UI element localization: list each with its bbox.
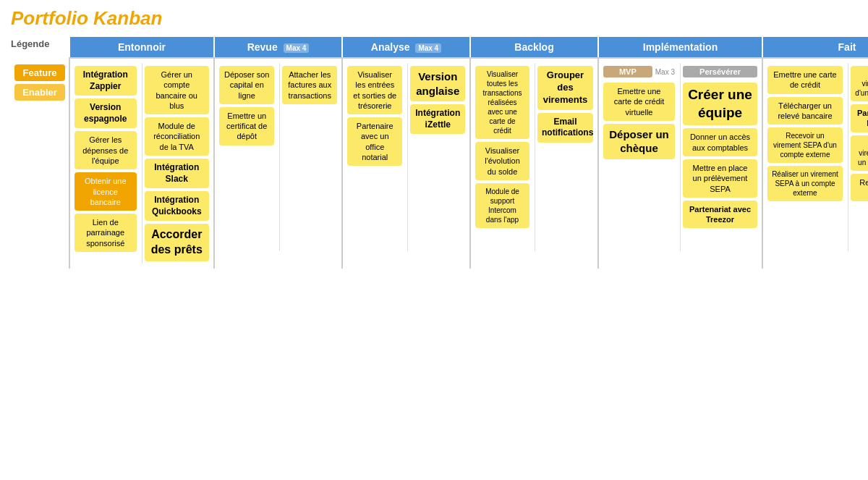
header-row: Légende Entonnoir Revue Max 4 Analyse Ma…: [11, 37, 857, 57]
card[interactable]: Donner un accès aux comptables: [683, 128, 757, 156]
card[interactable]: Visualiser toutes les transactions réali…: [475, 66, 529, 139]
card[interactable]: Emettre un certificat de dépôt: [219, 107, 274, 146]
col-header-entonnoir: Entonnoir: [69, 37, 213, 57]
legend-title: Légende: [11, 38, 49, 49]
card[interactable]: Email notifications: [537, 113, 593, 143]
card[interactable]: Accorder des prêts: [145, 224, 209, 261]
analyse-left: Visualiser les entrées et sorties de tré…: [345, 63, 404, 251]
backlog-right: Grouper des virements Email notification…: [535, 63, 595, 251]
kanban-board: Légende Entonnoir Revue Max 4 Analyse Ma…: [11, 37, 857, 269]
card[interactable]: Recevoir un virement SEPA d'un compte ex…: [767, 127, 843, 163]
card[interactable]: Lien de parrainage sponsorisé: [75, 214, 137, 252]
legend-feature: Feature: [14, 64, 65, 81]
card[interactable]: Intégration Zappier: [75, 66, 137, 96]
card[interactable]: Gérer les dépenses de l'équipe: [75, 131, 137, 169]
card[interactable]: Module de réconciliation de la TVA: [145, 117, 209, 156]
col-header-fait: Fait: [762, 37, 868, 57]
card[interactable]: Visualiser l'évolution du solde: [475, 142, 529, 180]
card[interactable]: Déposer son capital en ligne: [219, 66, 274, 104]
persevere-header: Persévérer: [683, 66, 757, 77]
entonnoir-left: Intégration Zappier Version espagnole Gé…: [72, 63, 139, 255]
card[interactable]: Gérer un compte bancaire ou blus: [145, 66, 209, 114]
col-header-analyse: Analyse Max 4: [341, 37, 469, 57]
card[interactable]: Module de support Intercom dans l'app: [475, 183, 529, 228]
card[interactable]: Partenariat avec Mastercard: [851, 104, 868, 132]
analyse-right: Version anglaise Intégration iZettle: [407, 63, 467, 251]
card[interactable]: Version espagnole: [75, 98, 137, 128]
card[interactable]: Télécharger un relevé bancaire: [767, 97, 843, 125]
legend-spacer: Légende: [11, 37, 69, 57]
card[interactable]: Version anglaise: [410, 66, 465, 101]
revue-right: Attacher les factures aux transactions: [279, 63, 339, 251]
card[interactable]: Créer une équipe: [683, 83, 757, 125]
card[interactable]: Intégration iZettle: [410, 104, 465, 134]
card[interactable]: Rechercher une transaction: [851, 174, 868, 202]
legend-labels: Feature Enabler: [11, 64, 69, 101]
card[interactable]: Emettre une carte de crédit: [767, 66, 843, 94]
col-header-impl: Implémentation: [597, 37, 762, 57]
card[interactable]: Déposer un chèque: [603, 124, 675, 159]
card[interactable]: Réaliser un virement SEPA à un compte ex…: [767, 166, 843, 201]
columns-headers: Entonnoir Revue Max 4 Analyse Max 4 Back…: [69, 37, 868, 57]
legend-side: Feature Enabler: [11, 57, 69, 101]
col-header-backlog: Backlog: [469, 37, 597, 57]
backlog-left: Visualiser toutes les transactions réali…: [473, 63, 532, 251]
column-fait: Emettre une carte de crédit Télécharger …: [762, 59, 868, 269]
card[interactable]: Emettre une carte de crédit virtuelle: [603, 83, 675, 121]
kanban-page: Portfolio Kanban Légende Entonnoir Revue…: [0, 0, 868, 276]
impl-persevere: Persévérer Créer une équipe Donner un ac…: [680, 63, 760, 251]
page-title: Portfolio Kanban: [11, 7, 857, 30]
entonnoir-right: Gérer un compte bancaire ou blus Module …: [142, 63, 211, 264]
revue-left: Déposer son capital en ligne Emettre un …: [217, 63, 276, 251]
column-entonnoir: Intégration Zappier Version espagnole Gé…: [69, 59, 213, 269]
legend-enabler: Enabler: [14, 84, 65, 101]
card[interactable]: Intégration Quickbooks: [145, 191, 209, 221]
board-body: Feature Enabler Intégration Zappier Vers…: [11, 57, 857, 269]
impl-mvp: MVP Max 3 Emettre une carte de crédit vi…: [601, 63, 677, 251]
column-analyse: Visualiser les entrées et sorties de tré…: [341, 59, 469, 269]
column-backlog: Visualiser toutes les transactions réali…: [469, 59, 597, 269]
mvp-header: MVP: [603, 66, 652, 77]
fait-left: Emettre une carte de crédit Télécharger …: [765, 63, 845, 251]
column-impl: MVP Max 3 Emettre une carte de crédit vi…: [597, 59, 762, 269]
card[interactable]: Obtenir une licence bancaire: [75, 172, 137, 211]
card[interactable]: Recevoir un virement SWIFT d'un compte e…: [851, 66, 868, 101]
col-header-revue: Revue Max 4: [213, 37, 341, 57]
card[interactable]: Attacher les factures aux transactions: [282, 66, 337, 104]
card[interactable]: Grouper des virements: [537, 66, 593, 110]
card[interactable]: Partenariat avec Treezor: [683, 201, 757, 229]
card[interactable]: Visualiser les entrées et sorties de tré…: [347, 66, 402, 114]
card[interactable]: Mettre en place un prélèvement SEPA: [683, 159, 757, 198]
column-revue: Déposer son capital en ligne Emettre un …: [213, 59, 341, 269]
card[interactable]: Partenaire avec un office notarial: [347, 117, 402, 166]
card[interactable]: Réaliser un virement SWIFT à un compte e…: [851, 135, 868, 171]
columns-area: Intégration Zappier Version espagnole Gé…: [69, 57, 868, 269]
fait-right: Recevoir un virement SWIFT d'un compte e…: [848, 63, 868, 251]
card[interactable]: Intégration Slack: [145, 159, 209, 188]
